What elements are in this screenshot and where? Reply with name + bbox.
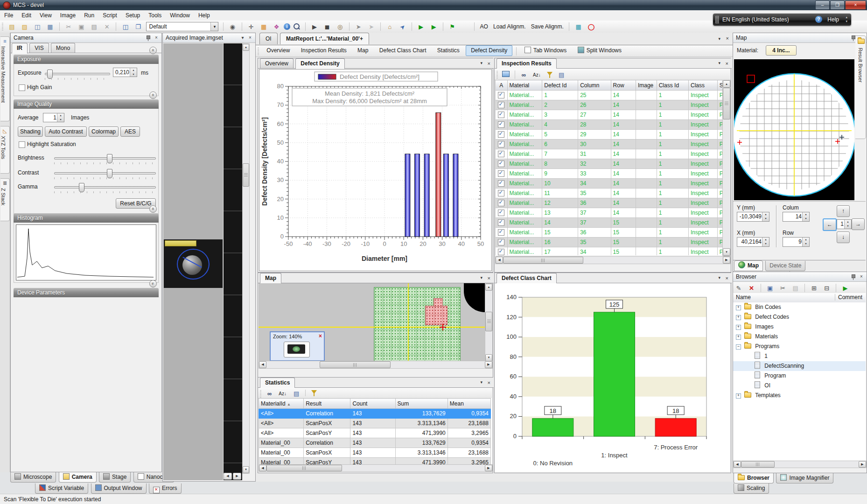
row-checkbox[interactable] bbox=[498, 102, 504, 108]
column-input[interactable]: 14▴▾ bbox=[783, 212, 810, 222]
result-browser-tab[interactable]: Result Browser bbox=[855, 35, 866, 139]
sort-icon[interactable]: Az↓ bbox=[531, 70, 543, 80]
tab-device-state[interactable]: Device State bbox=[765, 261, 805, 271]
table-row[interactable]: Material... 11 35 14 1 Inspect Pass bbox=[496, 189, 723, 198]
collapse-icon[interactable]: « bbox=[149, 47, 157, 54]
menu-item[interactable]: Tools bbox=[144, 10, 166, 21]
exposure-value-input[interactable]: 0,210 ▴▾ bbox=[113, 68, 137, 77]
row-checkbox[interactable] bbox=[498, 92, 504, 98]
table-row[interactable]: Material... 13 37 14 1 Inspect Pass bbox=[496, 208, 723, 218]
doc-tab-matreport[interactable]: MatReport L:'...'Material_00'+ bbox=[280, 33, 369, 44]
y-position-input[interactable]: -10,3049▴▾ bbox=[737, 212, 769, 222]
paste-icon[interactable]: ▤ bbox=[790, 283, 801, 294]
tab-defect-class-chart[interactable]: Defect Class Chart bbox=[496, 273, 557, 284]
row-checkbox[interactable] bbox=[498, 239, 504, 245]
tree-item[interactable]: Images bbox=[733, 322, 866, 332]
help-button[interactable]: Help bbox=[827, 16, 839, 23]
move-right-button[interactable]: → bbox=[852, 218, 865, 230]
die-grid[interactable] bbox=[374, 287, 461, 361]
list-view-icon[interactable]: ▤ bbox=[291, 389, 301, 399]
scrollbar-thumb[interactable] bbox=[243, 163, 249, 187]
tab-output-window[interactable]: Output Window bbox=[91, 483, 147, 494]
row-checkbox[interactable] bbox=[498, 210, 504, 216]
split-windows-button[interactable]: Split Windows bbox=[573, 45, 626, 56]
scroll-left-icon[interactable]: ◀ bbox=[734, 461, 741, 468]
open-icon[interactable]: ▨ bbox=[20, 22, 30, 32]
tree-item[interactable]: Bin Codes bbox=[733, 302, 866, 312]
view-defect-class-chart[interactable]: Defect Class Chart bbox=[375, 45, 431, 56]
collapse-icon[interactable]: « bbox=[149, 91, 157, 99]
tab-script-variable[interactable]: Script Variable bbox=[35, 483, 88, 494]
cascade-windows-icon[interactable]: ❐ bbox=[133, 22, 143, 32]
chevron-down-icon[interactable]: ▾ bbox=[210, 22, 218, 31]
scroll-right-icon[interactable]: ▶ bbox=[485, 361, 492, 368]
home-icon[interactable]: ⌂ bbox=[385, 22, 395, 32]
table-row[interactable]: Material... 3 27 14 1 Inspect Pass bbox=[496, 110, 723, 120]
run-program-icon[interactable]: ▶ bbox=[840, 283, 850, 294]
material-button[interactable]: 4 Inc... bbox=[766, 45, 797, 56]
map-view[interactable]: Zoom: 140% × bbox=[259, 283, 485, 361]
tab-mono[interactable]: Mono bbox=[51, 43, 75, 53]
tree-item[interactable]: Program bbox=[733, 371, 866, 381]
ao-button[interactable]: AO bbox=[480, 21, 488, 33]
sidebar-tab-interactive-measurement[interactable]: ≡ Interactive Measurement bbox=[0, 36, 10, 121]
scrollbar-thumb[interactable] bbox=[485, 312, 492, 331]
table-row[interactable]: Material... 1 25 14 1 Inspect Pass bbox=[496, 91, 723, 100]
tab-statistics[interactable]: Statistics bbox=[260, 378, 295, 388]
tab-windows-button[interactable]: Tab Windows bbox=[520, 45, 571, 56]
sidebar-tab-xyz-tools[interactable]: ◺ XYZ Tools bbox=[0, 126, 10, 174]
contrast-slider[interactable] bbox=[54, 172, 156, 175]
edit-icon[interactable]: ✎ bbox=[734, 283, 744, 294]
tab-vis[interactable]: VIS bbox=[29, 43, 49, 53]
x-position-input[interactable]: 40,2164▴▾ bbox=[737, 237, 769, 247]
chevron-down-icon[interactable]: ▾ bbox=[480, 61, 482, 65]
pin-icon[interactable] bbox=[145, 35, 151, 42]
save-icon[interactable]: ◫ bbox=[32, 22, 42, 32]
col-count[interactable]: Count bbox=[350, 399, 395, 409]
move-up-button[interactable]: ↑ bbox=[837, 205, 850, 217]
chevron-down-icon[interactable]: ▾ bbox=[718, 36, 720, 41]
table-row[interactable]: Material... 17 34 15 1 Inspect Pass bbox=[496, 247, 723, 256]
flag-red-icon[interactable] bbox=[460, 22, 470, 32]
tile-windows-icon[interactable]: ◫ bbox=[120, 22, 131, 32]
row-checkbox[interactable] bbox=[498, 229, 504, 236]
view-statistics[interactable]: Statistics bbox=[433, 45, 464, 56]
col-comment[interactable]: Comment bbox=[835, 294, 862, 301]
close-icon[interactable]: × bbox=[247, 35, 253, 41]
table-row[interactable]: Material... 15 36 15 1 Inspect Pass bbox=[496, 228, 723, 238]
scroll-right-icon[interactable]: ▶ bbox=[859, 461, 866, 468]
menu-item[interactable]: View bbox=[35, 10, 56, 21]
highlight-saturation-checkbox[interactable] bbox=[19, 141, 25, 148]
col-class-id[interactable]: Class Id bbox=[657, 80, 688, 91]
map-hscrollbar[interactable]: ◀ ▶ bbox=[259, 361, 493, 369]
tree-toggle-icon[interactable] bbox=[736, 325, 741, 330]
col-image[interactable]: Image bbox=[636, 80, 657, 91]
average-spinner[interactable]: ▴▾ bbox=[57, 113, 64, 122]
table-row[interactable]: Material... 5 29 14 1 Inspect Pass bbox=[496, 130, 723, 140]
scroll-right-icon[interactable]: ▶ bbox=[485, 465, 492, 471]
filter-icon[interactable] bbox=[547, 72, 552, 76]
expand-icon[interactable]: « bbox=[149, 280, 157, 287]
toolbar-grip[interactable] bbox=[2, 23, 3, 30]
scroll-up-icon[interactable]: ▴ bbox=[485, 284, 492, 291]
scrollbar-thumb[interactable] bbox=[741, 461, 775, 468]
table-row[interactable]: Material_00 Correlation 143 133,7629 0,9… bbox=[259, 438, 491, 448]
row-checkbox[interactable] bbox=[498, 249, 504, 255]
row-checkbox[interactable] bbox=[498, 190, 504, 196]
brightness-slider[interactable] bbox=[54, 157, 156, 160]
scroll-left-icon[interactable]: ◀ bbox=[259, 465, 266, 471]
display-icon[interactable]: ▦ bbox=[573, 22, 584, 32]
delete-icon[interactable]: ✕ bbox=[746, 283, 756, 294]
table-row[interactable]: Material_00 ScanPosX 143 3.313,1346 23,1… bbox=[259, 448, 491, 458]
wafer-map[interactable] bbox=[734, 59, 854, 200]
tree-item[interactable]: DefectScanning bbox=[733, 361, 866, 371]
sort-icon[interactable]: Az↓ bbox=[277, 389, 289, 399]
tree-item[interactable]: Programs bbox=[733, 342, 866, 351]
row-checkbox[interactable] bbox=[498, 121, 504, 128]
paste-icon[interactable]: ▤ bbox=[89, 22, 99, 32]
menu-item[interactable]: Run bbox=[80, 10, 98, 21]
prev-frame-icon[interactable]: ◀ bbox=[224, 473, 232, 480]
average-input[interactable]: 1 ▴▾ bbox=[43, 113, 64, 122]
menu-item[interactable]: Image bbox=[56, 10, 80, 21]
close-icon[interactable]: × bbox=[153, 35, 160, 41]
